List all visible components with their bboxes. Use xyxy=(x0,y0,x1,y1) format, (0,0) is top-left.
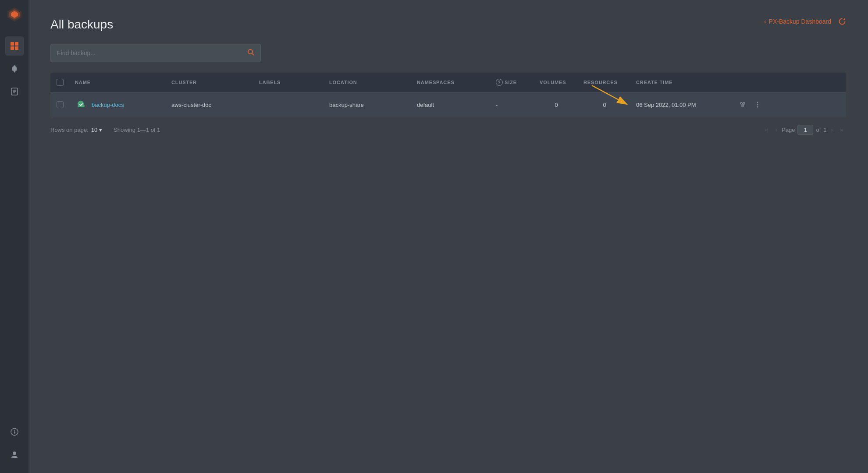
next-page-button[interactable]: › xyxy=(829,124,836,135)
size-help-icon[interactable]: ? xyxy=(496,79,503,86)
search-icon xyxy=(247,49,254,57)
size-value: - xyxy=(496,102,498,108)
rows-per-page: Rows on page: 10 ▾ Showing 1—1 of 1 xyxy=(50,127,160,133)
td-name: backup-docs xyxy=(70,92,166,117)
svg-point-16 xyxy=(14,430,15,431)
sidebar-item-alerts[interactable] xyxy=(5,59,24,78)
sidebar xyxy=(0,0,28,473)
th-size: ? SIZE xyxy=(491,73,534,92)
svg-line-19 xyxy=(252,53,254,55)
td-cluster: aws-cluster-doc xyxy=(166,95,254,114)
svg-point-20 xyxy=(740,102,742,104)
location-value: backup-share xyxy=(329,102,364,108)
total-pages: 1 xyxy=(823,127,826,133)
page-title: All backups xyxy=(50,18,113,32)
td-namespaces: default xyxy=(412,95,491,114)
svg-point-17 xyxy=(13,452,16,455)
sidebar-item-user[interactable] xyxy=(5,445,24,464)
svg-point-27 xyxy=(757,104,758,106)
select-all-checkbox[interactable] xyxy=(57,79,64,86)
td-location: backup-share xyxy=(324,95,412,114)
svg-point-26 xyxy=(757,102,758,103)
th-labels: LABELS xyxy=(254,73,324,92)
first-page-button[interactable]: « xyxy=(762,124,771,135)
page-label: Page xyxy=(782,127,795,133)
svg-rect-5 xyxy=(11,46,14,50)
th-namespaces: NAMESPACES xyxy=(412,73,491,92)
svg-point-21 xyxy=(743,102,745,104)
table-container: NAME CLUSTER LABELS LOCATION NAMESPACES … xyxy=(50,73,846,117)
th-cluster: CLUSTER xyxy=(166,73,254,92)
svg-point-9 xyxy=(14,71,15,73)
chevron-left-icon: ‹ xyxy=(764,18,766,25)
search-input[interactable] xyxy=(57,49,247,56)
th-checkbox xyxy=(50,73,70,92)
sidebar-bottom xyxy=(5,422,24,473)
th-create-time: CREATE TIME xyxy=(631,73,732,92)
backup-name[interactable]: backup-docs xyxy=(92,102,124,108)
prev-page-button[interactable]: ‹ xyxy=(772,124,780,135)
showing-count: Showing 1—1 of 1 xyxy=(114,127,160,133)
td-checkbox xyxy=(50,95,70,114)
page-number-input[interactable] xyxy=(797,125,813,135)
create-time-value: 06 Sep 2022, 01:00 PM xyxy=(636,102,696,108)
sidebar-nav xyxy=(0,33,28,422)
th-actions xyxy=(732,73,767,92)
td-resources: 0 xyxy=(578,95,631,114)
svg-rect-4 xyxy=(15,42,18,46)
th-volumes: VOLUMES xyxy=(534,73,578,92)
th-location: LOCATION xyxy=(324,73,412,92)
search-bar xyxy=(50,44,261,62)
sidebar-item-dashboard[interactable] xyxy=(5,36,24,56)
svg-rect-3 xyxy=(11,42,14,46)
sidebar-item-docs[interactable] xyxy=(5,82,24,101)
table-header: NAME CLUSTER LABELS LOCATION NAMESPACES … xyxy=(50,73,846,92)
pagination-row: Rows on page: 10 ▾ Showing 1—1 of 1 « ‹ … xyxy=(50,124,846,135)
pagination-controls: « ‹ Page of 1 › » xyxy=(762,124,846,135)
namespaces-value: default xyxy=(417,102,434,108)
td-volumes: 0 xyxy=(534,95,578,114)
dashboard-link[interactable]: ‹ PX-Backup Dashboard xyxy=(764,18,831,25)
chevron-down-icon: ▾ xyxy=(99,127,102,133)
cluster-value: aws-cluster-doc xyxy=(171,102,211,108)
row-checkbox[interactable] xyxy=(57,101,64,108)
of-label: of xyxy=(816,127,821,133)
td-size: - xyxy=(491,95,534,114)
resources-value: 0 xyxy=(603,102,606,108)
refresh-button[interactable] xyxy=(838,18,846,25)
backup-status-icon xyxy=(75,99,87,111)
header-row: All backups ‹ PX-Backup Dashboard xyxy=(50,18,846,32)
more-actions-button[interactable] xyxy=(752,99,763,110)
volumes-value: 0 xyxy=(555,102,558,108)
th-name: NAME xyxy=(70,73,166,92)
header-right: ‹ PX-Backup Dashboard xyxy=(764,18,846,25)
table-row: backup-docs aws-cluster-doc backup-share… xyxy=(50,92,846,117)
sidebar-item-info[interactable] xyxy=(5,422,24,441)
td-actions xyxy=(732,93,767,116)
app-logo[interactable] xyxy=(0,0,28,28)
svg-point-28 xyxy=(757,106,758,108)
rows-per-page-value: 10 xyxy=(91,127,97,133)
page-info: Page of 1 xyxy=(782,125,826,135)
rows-per-page-label: Rows on page: xyxy=(50,127,89,133)
main-content: All backups ‹ PX-Backup Dashboard xyxy=(28,0,868,473)
svg-rect-6 xyxy=(15,46,18,50)
dashboard-link-label: PX-Backup Dashboard xyxy=(769,18,831,25)
td-create-time: 06 Sep 2022, 01:00 PM xyxy=(631,95,732,114)
restore-button[interactable] xyxy=(737,99,748,110)
td-labels xyxy=(254,99,324,111)
row-actions xyxy=(737,99,763,110)
th-resources: RESOURCES xyxy=(578,73,631,92)
rows-select-dropdown[interactable]: 10 ▾ xyxy=(91,127,102,133)
svg-point-18 xyxy=(248,49,253,54)
last-page-button[interactable]: » xyxy=(837,124,846,135)
